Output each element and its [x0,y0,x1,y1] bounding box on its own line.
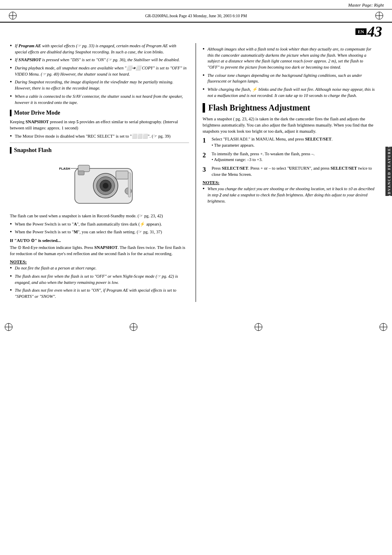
auto-para: The ⊙ Red-Eye reduction indicator lights… [10,244,189,257]
bottom-left-mark [4,322,13,332]
snapshot-notes-list: Do not fire the flash at a person at sho… [10,265,189,299]
right-column: Although images shot with a flash tend t… [196,43,392,302]
page-wrapper: Master Page: Right GR-D200PAL.book Page … [0,0,392,555]
advanced-features-label: ADVANCED FEATURES [385,147,392,196]
step-3-content: Press SELECT/SET. Press + or – to select… [212,166,376,177]
snapshot-flash-para1: The flash can be used when a snapshot is… [10,213,189,219]
motor-drive-bullets: The Motor Drive mode is disabled when "R… [10,134,189,140]
file-info-text: GR-D200PAL.book Page 43 Monday, June 30,… [145,14,247,18]
motor-drive-bullet-1: The Motor Drive mode is disabled when "R… [10,134,189,140]
step-1-num: 1 [203,136,210,148]
snapshot-notes-header: NOTES: [10,259,189,264]
top-left-mark [8,11,17,20]
bullet-item-3: During playback mode, all snapshot modes… [10,65,189,77]
content-area: If Program AE with special effects (☞ pg… [0,39,392,302]
en-badge: EN [355,28,367,35]
camera-svg: FLASH [58,156,141,210]
step-2-num: 2 [203,151,210,163]
step-1: 1 Select "FLASH ADJ." in MANUAL Menu, an… [203,136,376,148]
sf-bullet-2: When the Power Switch is set to "M", you… [10,229,189,235]
step-2: 2 To intensify the flash, press +. To we… [203,151,376,163]
snapshot-flash-bullets: When the Power Switch is set to "A", the… [10,221,189,235]
svg-rect-12 [116,171,128,179]
bn-note-1: When you change the subject you are shoo… [203,186,376,204]
motor-drive-header: Motor Drive Mode [10,110,189,116]
r-bullet-1: Although images shot with a flash tend t… [203,46,376,71]
camera-image-container: FLASH [58,156,141,210]
brightness-notes-list: When you change the subject you are shoo… [203,186,376,204]
sn-note-3: The flash does not fire even when it is … [10,288,189,299]
header-area: Master Page: Right [0,0,392,9]
bottom-marks-row [0,310,392,336]
sf-bullet-1: When the Power Switch is set to "A", the… [10,221,189,228]
sn-note-2: The flash does not fire when the flash i… [10,274,189,286]
bottom-center-left-mark [129,322,138,332]
bullet-item-2: If SNAPSHOT is pressed when "DIS" is set… [10,57,189,63]
step-3: 3 Press SELECT/SET. Press + or – to sele… [203,166,376,177]
brightness-notes-header: NOTES: [203,180,376,185]
page-number: 43 [367,24,382,39]
page-number-area: EN 43 [0,23,392,39]
right-top-bullets: Although images shot with a flash tend t… [203,46,376,99]
left-column: If Program AE with special effects (☞ pg… [0,43,196,302]
sn-note-1: Do not fire the flash at a person at sho… [10,265,189,272]
svg-rect-13 [78,171,84,175]
bullet-item-1: If Program AE with special effects (☞ pg… [10,43,189,55]
bottom-right-mark [379,322,388,332]
divider-1 [10,143,189,143]
bullet-item-5: When a cable is connected to the S/AV co… [10,94,189,106]
r-bullet-3: While charging the flash, ⚡ blinks and t… [203,87,376,99]
svg-point-10 [103,183,108,189]
bullet-item-4: During Snapshot recording, the image dis… [10,79,189,91]
svg-text:FLASH: FLASH [59,167,70,170]
flash-brightness-header: Flash Brightness Adjustment [203,103,376,113]
flash-brightness-intro: When a snapshot ( pg. 23, 42) is taken i… [203,116,376,135]
master-page-label: Master Page: Right [348,2,384,7]
motor-drive-para: Keeping SNAPSHOT pressed in step 5 provi… [10,119,189,131]
svg-rect-15 [128,173,131,197]
top-bullet-list: If Program AE with special effects (☞ pg… [10,43,189,106]
step-2-content: To intensify the flash, press +. To weak… [212,151,376,163]
top-right-mark [375,11,384,20]
bottom-center-right-mark [254,322,263,332]
step-1-content: Select "FLASH ADJ." in MANUAL Menu, and … [212,136,376,148]
advanced-features-tab: ADVANCED FEATURES [385,147,392,196]
right-col-inner: Although images shot with a flash tend t… [203,46,385,204]
snapshot-flash-header: Snapshot Flash [10,147,189,154]
r-bullet-2: The colour tone changes depending on the… [203,73,376,85]
auto-header: If "AUTO ⊙" is selected... [10,238,189,243]
snapshot-flash-section: Snapshot Flash [10,147,189,299]
step-3-num: 3 [203,166,210,177]
motor-drive-section: Motor Drive Mode Keeping SNAPSHOT presse… [10,110,189,139]
flash-brightness-section: Flash Brightness Adjustment When a snaps… [203,103,376,205]
file-info-bar: GR-D200PAL.book Page 43 Monday, June 30,… [0,9,392,23]
